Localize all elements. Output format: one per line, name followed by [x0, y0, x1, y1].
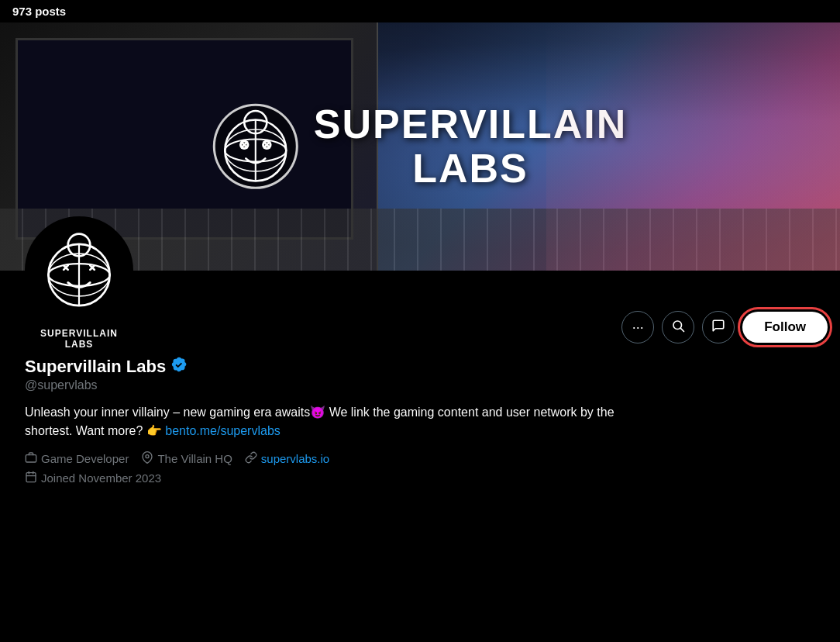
display-name: Supervillain Labs: [25, 357, 166, 377]
calendar-icon: [25, 471, 37, 485]
meta-role: Game Developer: [25, 451, 129, 466]
location-text: The Villain HQ: [157, 452, 232, 465]
link-icon: [245, 451, 257, 466]
meta-joined: Joined November 2023: [25, 471, 161, 485]
search-button[interactable]: [662, 311, 694, 343]
banner-right-decor: [546, 22, 840, 271]
svg-line-27: [681, 328, 684, 331]
search-icon: [671, 319, 685, 337]
message-button[interactable]: [702, 311, 735, 343]
message-icon: [711, 319, 725, 337]
svg-rect-30: [26, 473, 36, 482]
follow-button-wrapper: Follow: [742, 312, 828, 343]
username: @supervlabs: [25, 378, 815, 392]
avatar: [25, 216, 133, 325]
follow-button[interactable]: Follow: [742, 312, 828, 343]
more-icon: ···: [632, 319, 644, 336]
avatar-name-label: SUPERVILLAIN LABS: [25, 328, 133, 350]
bio-text: Unleash your inner villainy – new gaming…: [25, 406, 615, 437]
briefcase-icon: [25, 451, 37, 466]
role-text: Game Developer: [41, 452, 129, 465]
top-bar: 973 posts: [0, 0, 840, 22]
meta-website: supervlabs.io: [245, 451, 329, 466]
more-button[interactable]: ···: [621, 311, 654, 343]
location-icon: [141, 451, 153, 466]
bio: Unleash your inner villainy – new gaming…: [25, 403, 629, 440]
display-name-row: Supervillain Labs: [25, 356, 815, 377]
meta-location: The Villain HQ: [141, 451, 232, 466]
svg-rect-28: [26, 455, 36, 462]
avatar-wrapper: SUPERVILLAIN LABS: [25, 216, 133, 350]
meta-row-2: Joined November 2023: [25, 471, 815, 485]
posts-count: 973 posts: [12, 5, 66, 18]
profile-area: SUPERVILLAIN LABS ···: [0, 271, 840, 485]
avatar-inner: [28, 219, 130, 322]
meta-row-1: Game Developer The Villain HQ: [25, 451, 815, 466]
banner-logo-circle: [213, 104, 298, 189]
svg-point-29: [146, 455, 149, 458]
website-link[interactable]: supervlabs.io: [261, 452, 329, 465]
profile-info: Supervillain Labs @supervlabs Unleash yo…: [12, 350, 828, 485]
bio-link[interactable]: bento.me/supervlabs: [165, 424, 281, 437]
joined-text: Joined November 2023: [41, 471, 161, 485]
action-row: ··· Follow: [621, 302, 828, 350]
verified-badge: [170, 356, 188, 377]
